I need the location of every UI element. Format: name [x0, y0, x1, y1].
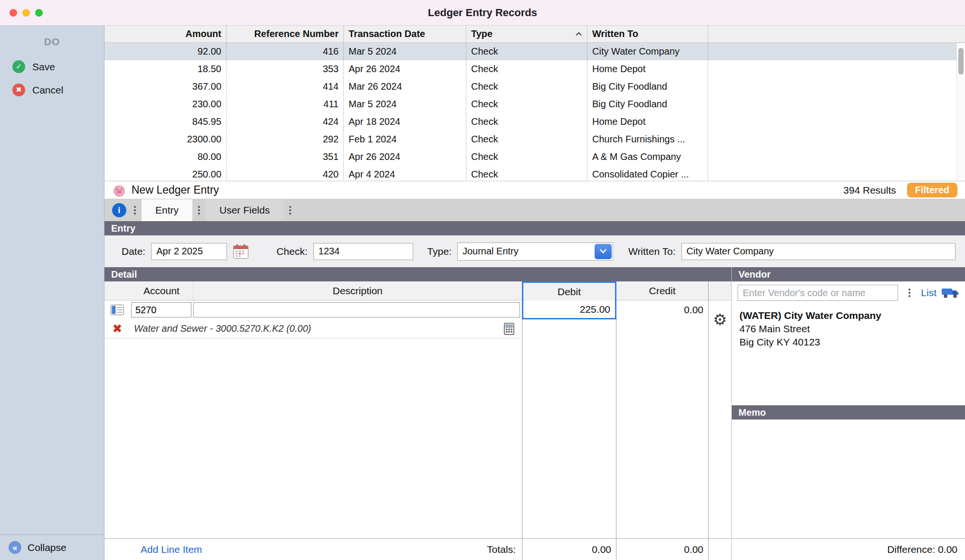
sidebar-header: DO [0, 36, 104, 47]
table-row[interactable]: 80.00 351 Apr 26 2024 Check A & M Gas Co… [104, 148, 965, 166]
cell-type: Check [466, 95, 587, 113]
column-header-written-to[interactable]: Written To [587, 26, 708, 42]
zoom-button[interactable] [35, 9, 43, 17]
cell-reference: 420 [227, 166, 344, 181]
debit-cell[interactable]: 225.00 [522, 300, 616, 319]
cell-date: Apr 4 2024 [344, 166, 466, 181]
date-input[interactable] [151, 243, 227, 260]
cell-amount: 250.00 [104, 166, 227, 181]
close-button[interactable] [9, 9, 17, 17]
table-row[interactable]: 230.00 411 Mar 5 2024 Check Big City Foo… [104, 95, 965, 113]
filtered-badge[interactable]: Filtered [907, 183, 957, 197]
scrollbar-track[interactable] [956, 43, 965, 181]
memo-section-header: Memo [732, 405, 965, 420]
menu-dots-icon[interactable] [128, 199, 142, 221]
save-button[interactable]: ✓ Save [0, 55, 104, 78]
cell-date: Apr 26 2024 [344, 60, 466, 78]
detail-column-description[interactable]: Description [193, 281, 522, 300]
vendor-info: (WATER) City Water Company 476 Main Stre… [732, 304, 965, 349]
tab-bar: i Entry User Fields [104, 199, 965, 221]
vendor-panel: Vendor List [731, 267, 965, 560]
credit-cell-empty[interactable] [616, 319, 709, 338]
detail-column-account[interactable]: Account [130, 281, 193, 300]
debit-cell-empty[interactable] [522, 319, 616, 338]
table-row[interactable]: 367.00 414 Mar 26 2024 Check Big City Fo… [104, 78, 965, 95]
type-dropdown[interactable]: Journal Entry [457, 243, 613, 261]
truck-icon[interactable] [941, 287, 959, 299]
cell-reference: 416 [227, 43, 344, 60]
cell-amount: 367.00 [104, 78, 227, 95]
check-number-input[interactable] [313, 243, 413, 260]
table-row[interactable]: 18.50 353 Apr 26 2024 Check Home Depot [104, 60, 965, 78]
tab-user-fields[interactable]: User Fields [206, 199, 284, 221]
account-info-text: Water and Sewer - 3000.5270.K.K2 (0.00) [134, 323, 311, 334]
menu-dots-icon[interactable] [192, 199, 206, 221]
menu-dots-icon[interactable] [903, 281, 916, 304]
debit-total: 0.00 [522, 539, 616, 560]
cell-type: Check [466, 148, 587, 166]
column-header-reference-number[interactable]: Reference Number [227, 26, 344, 42]
cell-type: Check [466, 60, 587, 78]
table-row[interactable]: 2300.00 292 Feb 1 2024 Check Church Furn… [104, 131, 965, 148]
sidebar: DO ✓ Save ✖ Cancel « Collapse [0, 26, 104, 560]
collapse-chevrons-icon: « [9, 541, 21, 554]
cell-written-to: City Water Company [587, 43, 708, 60]
cell-date: Mar 26 2024 [344, 78, 466, 95]
cell-reference: 353 [227, 60, 344, 78]
column-header-type[interactable]: Type [466, 26, 587, 42]
account-input[interactable] [131, 302, 191, 317]
tab-entry[interactable]: Entry [142, 199, 192, 221]
detail-column-debit[interactable]: Debit [522, 281, 616, 300]
minimize-button[interactable] [22, 9, 30, 17]
detail-header-row: Account Description Debit Credit [104, 281, 731, 300]
save-button-label: Save [32, 61, 55, 73]
scrollbar-thumb[interactable] [958, 48, 964, 75]
cell-amount: 845.95 [104, 113, 227, 131]
description-input[interactable] [193, 302, 520, 317]
vendor-search-input[interactable] [738, 285, 898, 301]
chevron-down-icon [595, 244, 612, 259]
detail-grid-empty-area [104, 338, 731, 538]
add-line-item-button[interactable]: Add Line Item [141, 544, 202, 555]
cell-date: Apr 26 2024 [344, 148, 466, 166]
vendor-name: (WATER) City Water Company [739, 309, 957, 322]
check-icon: ✓ [12, 60, 25, 73]
column-header-amount[interactable]: Amount [104, 26, 227, 42]
table-row[interactable]: 250.00 420 Apr 4 2024 Check Consolidated… [104, 166, 965, 181]
cancel-button[interactable]: ✖ Cancel [0, 78, 104, 102]
memo-input[interactable] [732, 420, 965, 538]
collapse-button-label: Collapse [28, 542, 66, 553]
table-row[interactable]: 845.95 424 Apr 18 2024 Check Home Depot [104, 113, 965, 131]
cell-type: Check [466, 78, 587, 95]
cell-written-to: Church Furnishings ... [587, 131, 708, 148]
gear-icon[interactable]: ⚙ [709, 300, 731, 338]
column-header-transaction-date[interactable]: Transaction Date [344, 26, 466, 42]
x-icon: ✖ [12, 84, 25, 96]
cell-amount: 230.00 [104, 95, 227, 113]
results-count: 394 Results [843, 185, 896, 196]
menu-dots-icon[interactable] [284, 199, 297, 221]
cell-date: Mar 5 2024 [344, 43, 466, 60]
cell-amount: 2300.00 [104, 131, 227, 148]
vendor-list-link[interactable]: List [921, 287, 937, 299]
collapse-button[interactable]: « Collapse [0, 534, 104, 560]
cell-type: Check [466, 166, 587, 181]
calendar-icon[interactable] [231, 242, 251, 261]
credit-cell[interactable]: 0.00 [616, 300, 709, 319]
detail-column-credit[interactable]: Credit [616, 281, 709, 300]
cell-date: Apr 18 2024 [344, 113, 466, 131]
calculator-icon[interactable] [504, 323, 514, 335]
info-icon[interactable]: i [112, 203, 126, 217]
difference-footer: Difference: 0.00 [732, 538, 965, 560]
vendor-address-line2: Big City KY 40123 [739, 336, 957, 349]
check-label: Check: [276, 246, 307, 257]
journal-entry-icon[interactable] [111, 305, 124, 315]
vendor-section-header: Vendor [732, 267, 965, 281]
delete-line-icon[interactable]: ✖ [104, 319, 130, 338]
window-controls [9, 0, 43, 25]
written-to-input[interactable] [681, 243, 956, 260]
table-row[interactable]: 92.00 416 Mar 5 2024 Check City Water Co… [104, 43, 965, 60]
detail-section-header: Detail [104, 267, 731, 281]
date-label: Date: [122, 246, 145, 257]
cell-written-to: A & M Gas Company [587, 148, 708, 166]
